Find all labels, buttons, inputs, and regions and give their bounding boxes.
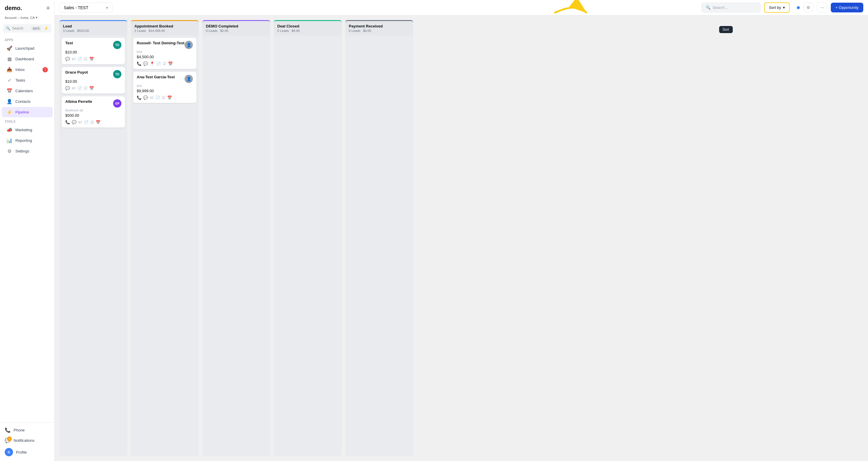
notification-dot [797,6,800,9]
sidebar-item-inbox[interactable]: 📥 Inbox 1 [2,64,53,75]
calendar-action-icon[interactable]: 📅 [96,120,100,124]
tools-section: Tools 📣 Marketing 📊 Reporting ⚙ Settings [0,118,54,156]
column-header-lead: Lead 3 Leads $520.00 [59,20,127,35]
top-header: Sales - TEST ▾ 🔍 Search... Sort by ▾ Sor… [55,0,868,16]
sidebar-item-label: Reporting [16,138,32,143]
check-action-icon[interactable]: ☑ [162,95,165,100]
sidebar: demo. ≡ Account -- Irvine, CA ▾ 🔍 Search… [0,0,55,461]
sort-by-label: Sort by [769,5,781,10]
doc-action-icon[interactable]: 📄 [156,61,161,66]
chat-action-icon[interactable]: 💬 [143,95,148,100]
sidebar-item-launchpad[interactable]: 🚀 Launchpad [2,43,53,54]
card-grace-avatar: TO [113,70,121,78]
card-albina-avatar: GP [113,99,121,108]
chevron-down-icon: ▾ [783,5,785,10]
doc-action-icon[interactable]: 📄 [84,120,89,124]
column-stats-deal: 0 Leads $0.00 [277,29,338,32]
search-placeholder: Search... [712,5,728,10]
sidebar-item-notifications[interactable]: 💬 5 Notifications [0,435,54,445]
inbox-icon: 📥 [6,67,12,73]
check-action-icon[interactable]: ☑ [163,61,166,66]
calendar-action-icon[interactable]: 📅 [89,86,94,90]
card-test[interactable]: Test TO $10.00 💬 🏷 📄 ☑ 📅 [62,38,125,65]
account-selector[interactable]: Account -- Irvine, CA ▾ [0,14,54,23]
column-header-deal: Deal Closed 0 Leads $0.00 [274,20,342,35]
phone-icon: 📞 [5,427,11,433]
sidebar-item-label: Contacts [16,99,30,104]
sidebar-item-phone[interactable]: 📞 Phone [0,425,54,435]
card-test-avatar: TO [113,41,121,49]
phone-action-icon[interactable]: 📞 [137,95,142,100]
calendar-action-icon[interactable]: 📅 [168,61,173,66]
chat-action-icon[interactable]: 💬 [65,57,70,61]
sidebar-item-label: Marketing [16,128,32,132]
card-ana-source: test [137,84,193,87]
column-body-demo [202,35,270,456]
add-opportunity-button[interactable]: + Opportunity [831,3,863,12]
location-action-icon[interactable]: 📍 [150,61,154,66]
tools-section-label: Tools [0,118,54,124]
more-options-button[interactable]: ⋯ [817,3,827,12]
sidebar-item-reporting[interactable]: 📊 Reporting [2,135,53,146]
card-russell-header: Russell- Test Deming-Test 👤 [137,41,193,49]
pipeline-selector[interactable]: Sales - TEST ▾ [59,3,113,13]
card-grace-header: Grace Puyot TO [65,70,121,78]
launchpad-icon: 🚀 [6,46,12,51]
card-albina-name: Albina Perrelle [65,99,92,104]
sidebar-item-label: Calendars [16,89,33,93]
lightning-icon: ⚡ [44,26,49,30]
card-ana-garcia[interactable]: Ana-Test Garcia-Test 👤 test $9,999.00 📞 … [133,72,196,104]
phone-action-icon[interactable]: 📞 [65,120,70,124]
kanban-board: Lead 3 Leads $520.00 Test TO $10.00 💬 🏷 … [55,16,868,461]
sidebar-item-dashboard[interactable]: ▦ Dashboard [2,54,53,64]
doc-action-icon[interactable]: 📄 [78,86,82,90]
calendar-action-icon[interactable]: 📅 [167,95,172,100]
doc-action-icon[interactable]: 📄 [78,57,82,61]
check-action-icon[interactable]: ☑ [84,57,87,61]
sidebar-item-pipeline[interactable]: ⚡ Pipeline [2,107,53,117]
chat-action-icon[interactable]: 💬 [65,86,70,90]
card-albina-perrelle[interactable]: Albina Perrelle GP facebook ad $500.00 📞… [62,96,125,128]
tag-action-icon[interactable]: 🏷 [78,120,82,124]
filter-button[interactable]: ⚙ [803,3,813,12]
tag-action-icon[interactable]: 🏷 [72,57,75,61]
main-content: Sales - TEST ▾ 🔍 Search... Sort by ▾ Sor… [55,0,868,461]
sort-by-button[interactable]: Sort by ▾ [764,2,789,13]
sidebar-item-profile[interactable]: G Profile [0,445,54,459]
user-avatar: G [5,448,13,456]
sidebar-bottom: 📞 Phone 💬 5 Notifications G Profile [0,422,54,461]
phone-action-icon[interactable]: 📞 [137,61,142,66]
search-shortcut: ctrl K [31,27,41,30]
sidebar-item-settings[interactable]: ⚙ Settings [2,146,53,156]
chat-action-icon[interactable]: 💬 [143,61,148,66]
sidebar-search[interactable]: 🔍 Search ctrl K ⚡ [3,24,52,32]
chat-action-icon[interactable]: 💬 [72,120,76,124]
sidebar-item-label: Settings [16,149,29,153]
card-grace-puyot[interactable]: Grace Puyot TO $10.00 💬 🏷 📄 ☑ 📅 [62,67,125,94]
sidebar-item-contacts[interactable]: 👤 Contacts [2,96,53,107]
column-body-payment [345,35,413,456]
header-search[interactable]: 🔍 Search... [702,3,761,12]
tag-action-icon[interactable]: 🏷 [72,86,75,90]
reporting-icon: 📊 [6,138,12,143]
sidebar-item-marketing[interactable]: 📣 Marketing [2,125,53,135]
tag-action-icon[interactable]: 🏷 [150,95,154,100]
check-action-icon[interactable]: ☑ [90,120,94,124]
sidebar-item-label: Pipeline [16,110,29,114]
card-albina-amount: $500.00 [65,113,121,118]
column-title-appointment: Appointment Booked [134,24,195,28]
menu-toggle-icon[interactable]: ≡ [46,5,50,11]
card-test-header: Test TO [65,41,121,49]
card-ana-amount: $9,999.00 [137,89,193,93]
sidebar-item-tasks[interactable]: ✓ Tasks [2,75,53,85]
check-action-icon[interactable]: ☑ [84,86,87,90]
sidebar-item-calendars[interactable]: 📅 Calendars [2,86,53,96]
card-russell[interactable]: Russell- Test Deming-Test 👤 test $4,500.… [133,38,196,69]
card-ana-avatar: 👤 [185,75,193,83]
column-stats-lead: 3 Leads $520.00 [63,29,124,32]
notifications-badge: 5 [7,436,12,441]
calendar-action-icon[interactable]: 📅 [89,57,94,61]
search-icon: 🔍 [6,26,10,30]
card-albina-source: facebook ad [65,109,121,112]
doc-action-icon[interactable]: 📄 [155,95,160,100]
